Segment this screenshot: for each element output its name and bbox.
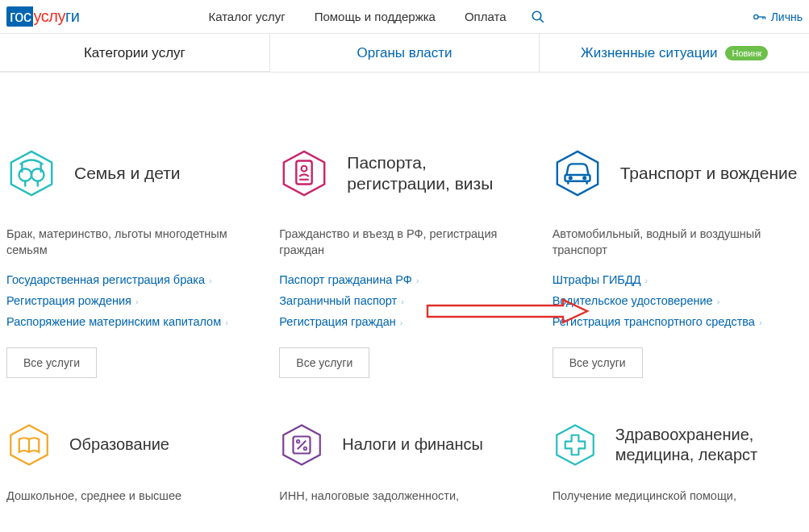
link-birth-registration[interactable]: Регистрация рождения ›	[6, 294, 256, 307]
medical-cross-icon	[553, 422, 598, 468]
link-maternity-capital[interactable]: Распоряжение материнским капиталом ›	[6, 315, 256, 328]
login-link[interactable]: Личнь	[753, 10, 803, 23]
new-badge: Новинк	[725, 46, 768, 60]
category-tabs: Категории услуг Органы власти Жизненные …	[0, 34, 809, 73]
svg-point-20	[583, 177, 586, 179]
link-rf-passport[interactable]: Паспорт гражданина РФ ›	[279, 273, 529, 286]
all-services-button[interactable]: Все услуги	[6, 347, 97, 378]
all-services-button[interactable]: Все услуги	[279, 347, 369, 378]
categories-row-1: Семья и дети Брак, материнство, льготы м…	[0, 73, 809, 378]
category-education: Образование Дошкольное, среднее и высшее	[6, 420, 256, 518]
svg-point-0	[532, 11, 541, 20]
top-nav: Каталог услуг Помощь и поддержка Оплата	[208, 10, 506, 23]
chevron-right-icon: ›	[398, 297, 404, 306]
nav-pay[interactable]: Оплата	[465, 10, 507, 23]
chevron-right-icon: ›	[223, 318, 228, 327]
link-driver-license[interactable]: Водительское удостоверение ›	[553, 294, 803, 307]
chevron-right-icon: ›	[398, 318, 403, 327]
category-transport-title[interactable]: Транспорт и вождение	[620, 163, 798, 184]
category-family-desc: Брак, материнство, льготы многодетным се…	[6, 226, 256, 259]
passport-icon	[279, 148, 329, 198]
nav-catalog[interactable]: Каталог услуг	[208, 10, 285, 23]
svg-point-13	[302, 166, 307, 172]
category-transport: Транспорт и вождение Автомобильный, водн…	[553, 145, 803, 378]
svg-point-25	[297, 439, 300, 443]
svg-point-19	[569, 177, 572, 179]
top-header: госуслуги Каталог услуг Помощь и поддерж…	[0, 0, 809, 34]
chevron-right-icon: ›	[643, 276, 648, 285]
tab-categories[interactable]: Категории услуг	[0, 34, 269, 72]
link-gibdd-fines[interactable]: Штрафы ГИБДД ›	[553, 273, 803, 286]
tab-authorities-label: Органы власти	[357, 45, 452, 61]
category-education-desc: Дошкольное, среднее и высшее	[6, 488, 256, 504]
logo-part-1: гос	[6, 6, 33, 27]
chevron-right-icon: ›	[133, 297, 139, 306]
category-taxes-desc: ИНН, налоговые задолженности,	[279, 488, 529, 504]
category-passports: Паспорта, регистрации, визы Гражданство …	[279, 145, 529, 378]
category-passports-desc: Гражданство и въезд в РФ, регистрация гр…	[279, 226, 529, 259]
nav-help[interactable]: Помощь и поддержка	[315, 10, 436, 23]
car-icon	[553, 148, 603, 198]
link-vehicle-registration[interactable]: Регистрация транспортного средства ›	[553, 315, 803, 328]
svg-point-26	[304, 447, 307, 450]
category-health-title[interactable]: Здравоохранение, медицина, лекарст	[615, 425, 803, 465]
svg-point-8	[19, 168, 32, 181]
logo-part-3: ги	[65, 7, 79, 26]
svg-marker-15	[557, 152, 597, 195]
category-taxes: Налоги и финансы ИНН, налоговые задолжен…	[279, 420, 529, 518]
category-health-desc: Получение медицинской помощи,	[553, 488, 803, 504]
percent-icon	[279, 422, 324, 468]
category-health: Здравоохранение, медицина, лекарст Получ…	[553, 420, 803, 518]
search-icon[interactable]	[531, 10, 545, 24]
tab-authorities[interactable]: Органы власти	[270, 34, 540, 72]
book-icon	[6, 422, 52, 468]
category-family: Семья и дети Брак, материнство, льготы м…	[6, 145, 256, 378]
category-transport-desc: Автомобильный, водный и воздушный трансп…	[553, 226, 803, 259]
link-citizen-registration[interactable]: Регистрация граждан ›	[279, 315, 529, 328]
svg-point-2	[753, 15, 757, 19]
chevron-right-icon: ›	[206, 276, 212, 285]
svg-marker-28	[557, 425, 594, 464]
tab-life-situations-label: Жизненные ситуации	[581, 45, 717, 61]
svg-point-7	[31, 168, 44, 181]
chevron-right-icon: ›	[414, 276, 419, 285]
category-family-title[interactable]: Семья и дети	[74, 163, 181, 184]
category-education-title[interactable]: Образование	[69, 434, 169, 455]
category-passports-title[interactable]: Паспорта, регистрации, визы	[347, 152, 529, 195]
tab-categories-label: Категории услуг	[84, 45, 186, 61]
category-taxes-title[interactable]: Налоги и финансы	[342, 434, 483, 455]
logo[interactable]: госуслуги	[6, 6, 79, 27]
tab-life-situations[interactable]: Жизненные ситуации Новинк	[540, 34, 809, 72]
chevron-right-icon: ›	[715, 297, 720, 306]
key-icon	[753, 13, 766, 21]
categories-row-2: Образование Дошкольное, среднее и высшее…	[0, 378, 809, 518]
logo-part-2: услу	[33, 7, 65, 26]
chevron-right-icon: ›	[757, 318, 762, 327]
all-services-button[interactable]: Все услуги	[553, 347, 643, 378]
link-foreign-passport[interactable]: Заграничный паспорт ›	[279, 294, 529, 307]
svg-rect-12	[297, 161, 312, 185]
login-label: Личнь	[771, 10, 803, 23]
link-marriage-registration[interactable]: Государственная регистрация брака ›	[6, 273, 256, 286]
svg-marker-11	[284, 152, 324, 195]
family-icon	[6, 148, 56, 198]
svg-line-1	[540, 19, 544, 23]
